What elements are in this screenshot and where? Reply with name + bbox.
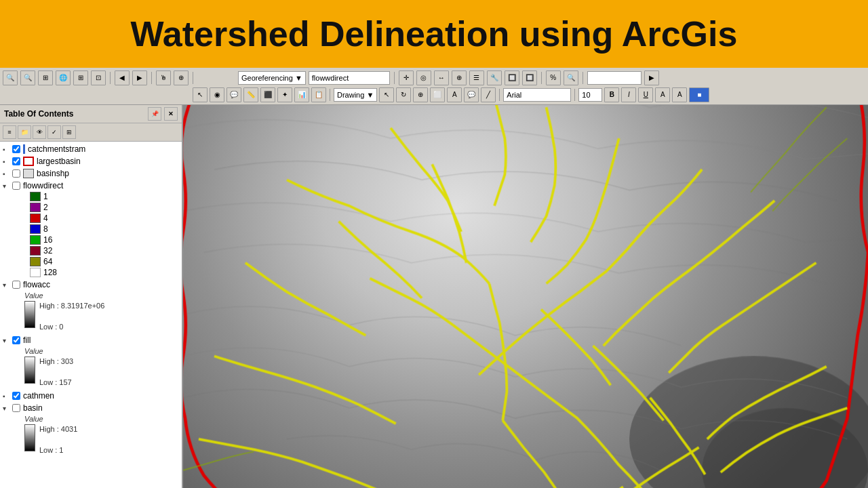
swatch-32 bbox=[30, 246, 41, 256]
expand-flowacc: ▾ bbox=[3, 281, 11, 289]
toc-list-btn[interactable]: ≡ bbox=[3, 125, 16, 139]
toc-more-btn[interactable]: ⊞ bbox=[62, 125, 76, 139]
expand-cathmen: ▪ bbox=[3, 392, 11, 400]
fill-value-label: Value bbox=[24, 347, 179, 355]
italic-btn[interactable]: I bbox=[621, 87, 636, 102]
flowacc-high: High : 8.31917e+06 bbox=[39, 301, 104, 311]
label-8: 8 bbox=[43, 224, 48, 234]
zoom-lk-btn[interactable]: 🔍 bbox=[564, 70, 578, 85]
check-cathmen[interactable] bbox=[12, 392, 20, 400]
forward-btn[interactable]: ▶ bbox=[132, 70, 147, 85]
font-color-btn[interactable]: A bbox=[655, 87, 670, 102]
font-size-selector[interactable]: 10 bbox=[578, 88, 602, 102]
expand-largestbasin: ▪ bbox=[3, 158, 11, 165]
underline-btn[interactable]: U bbox=[638, 87, 653, 102]
layer-basinshp-header[interactable]: ▪ basinshp bbox=[0, 168, 182, 179]
sublayer-8: 8 bbox=[27, 224, 182, 235]
zoom-out-btn[interactable]: 🔍 bbox=[20, 70, 35, 85]
draw-callout[interactable]: 💬 bbox=[464, 87, 479, 102]
select-btn[interactable]: ◉ bbox=[210, 87, 224, 102]
draw-text-A[interactable]: A bbox=[447, 87, 462, 102]
tool6[interactable]: 🔧 bbox=[487, 70, 502, 85]
more-btn[interactable]: ■ bbox=[689, 87, 709, 102]
layer-basin-header[interactable]: ▾ basin bbox=[0, 403, 182, 413]
measure-btn[interactable]: 📏 bbox=[243, 87, 258, 102]
name-catchmentstram: catchmentstram bbox=[28, 144, 85, 154]
swatch-largestbasin bbox=[23, 157, 34, 166]
drawing-dropdown[interactable]: Drawing ▼ bbox=[334, 88, 377, 102]
layer-icon-btn[interactable]: ⬛ bbox=[260, 87, 275, 102]
map-area[interactable] bbox=[183, 105, 868, 488]
layer-flowacc-header[interactable]: ▾ flowacc bbox=[0, 279, 182, 290]
basin-value-label: Value bbox=[24, 415, 179, 423]
swatch-16 bbox=[30, 235, 41, 245]
swatch-catchmentstram bbox=[23, 144, 25, 154]
report-btn[interactable]: 📋 bbox=[311, 87, 326, 102]
check-basinshp[interactable] bbox=[12, 169, 20, 178]
toc-close-btn[interactable]: ✕ bbox=[164, 107, 178, 121]
layer-catchmentstram-header[interactable]: ▪ catchmentstram bbox=[0, 144, 182, 155]
expand-fill: ▾ bbox=[3, 337, 11, 344]
sep7 bbox=[330, 89, 330, 101]
name-basinshp: basinshp bbox=[37, 169, 69, 178]
label-2: 2 bbox=[43, 203, 48, 212]
layer-fill: ▾ fill Value High : 303 Low : 157 bbox=[0, 334, 182, 390]
toc-vis-btn[interactable]: 👁 bbox=[33, 125, 46, 139]
sep9 bbox=[574, 89, 575, 101]
toc-pin-btn[interactable]: 📌 bbox=[148, 107, 161, 121]
check-catchmentstram[interactable] bbox=[12, 145, 20, 153]
georef-dropdown[interactable]: Georeferencing ▼ bbox=[238, 71, 306, 85]
back-btn[interactable]: ◀ bbox=[115, 70, 130, 85]
bold-btn[interactable]: B bbox=[604, 87, 619, 102]
zoom-pct-btn[interactable]: % bbox=[546, 70, 561, 85]
check-largestbasin[interactable] bbox=[12, 157, 20, 165]
tool2[interactable]: ◎ bbox=[416, 70, 431, 85]
layer-cathmen-header[interactable]: ▪ cathmen bbox=[0, 390, 182, 401]
balloon-btn[interactable]: 💬 bbox=[226, 87, 241, 102]
zoom-in-btn[interactable]: 🔍 bbox=[3, 70, 18, 85]
layer-catchmentstram: ▪ catchmentstram bbox=[0, 143, 182, 155]
tool7[interactable]: 🔲 bbox=[505, 70, 519, 85]
check-flowacc[interactable] bbox=[12, 281, 20, 289]
layer-dropdown[interactable]: flowwdirect bbox=[309, 71, 390, 85]
graph-btn[interactable]: 📊 bbox=[294, 87, 309, 102]
extent-btn[interactable]: ⊡ bbox=[91, 70, 106, 85]
highlight-btn[interactable]: A bbox=[672, 87, 687, 102]
draw-rotate[interactable]: ↻ bbox=[396, 87, 411, 102]
layer-largestbasin-header[interactable]: ▪ largestbasin bbox=[0, 156, 182, 167]
tool5[interactable]: ☰ bbox=[469, 70, 484, 85]
check-basin[interactable] bbox=[12, 404, 20, 412]
identify-btn[interactable]: 🖱 bbox=[156, 70, 171, 85]
search-input[interactable] bbox=[587, 71, 642, 85]
fixed-zoom-btn[interactable]: ⊞ bbox=[38, 70, 53, 85]
layer-flowacc: ▾ flowacc Value High : 8.31917e+06 Low :… bbox=[0, 279, 182, 334]
name-fill: fill bbox=[23, 336, 31, 345]
sublayers-flowwdirect: 1 2 4 8 16 bbox=[16, 191, 182, 278]
grid-btn[interactable]: ⊞ bbox=[73, 70, 88, 85]
label-64: 64 bbox=[43, 257, 52, 266]
check-flowwdirect[interactable] bbox=[12, 182, 20, 190]
point-btn[interactable]: ✦ bbox=[277, 87, 292, 102]
draw-rect[interactable]: ⬜ bbox=[430, 87, 445, 102]
identify2-btn[interactable]: ⊕ bbox=[174, 70, 189, 85]
layer-flowwdirect-header[interactable]: ▾ flowwdirect bbox=[0, 180, 182, 191]
cursor-btn[interactable]: ↖ bbox=[193, 87, 208, 102]
draw-line[interactable]: ╱ bbox=[481, 87, 496, 102]
swatch-basinshp bbox=[23, 169, 34, 178]
toc-sel-btn[interactable]: ✓ bbox=[47, 125, 61, 139]
draw-cursor[interactable]: ↖ bbox=[379, 87, 394, 102]
font-selector[interactable]: Arial bbox=[503, 88, 571, 102]
basin-range: High : 4031 Low : 1 bbox=[24, 424, 179, 455]
tool1[interactable]: ✛ bbox=[399, 70, 414, 85]
search-go[interactable]: ▶ bbox=[644, 70, 659, 85]
check-fill[interactable] bbox=[12, 336, 20, 344]
layer-fill-header[interactable]: ▾ fill bbox=[0, 335, 182, 346]
expand-basinshp: ▪ bbox=[3, 170, 11, 178]
label-128: 128 bbox=[43, 268, 57, 277]
globe-btn[interactable]: 🌐 bbox=[56, 70, 71, 85]
toc-source-btn[interactable]: 📁 bbox=[18, 125, 31, 139]
tool8[interactable]: 🔲 bbox=[522, 70, 537, 85]
tool4[interactable]: ⊕ bbox=[452, 70, 467, 85]
draw-move[interactable]: ⊕ bbox=[413, 87, 428, 102]
tool3[interactable]: ↔ bbox=[434, 70, 449, 85]
